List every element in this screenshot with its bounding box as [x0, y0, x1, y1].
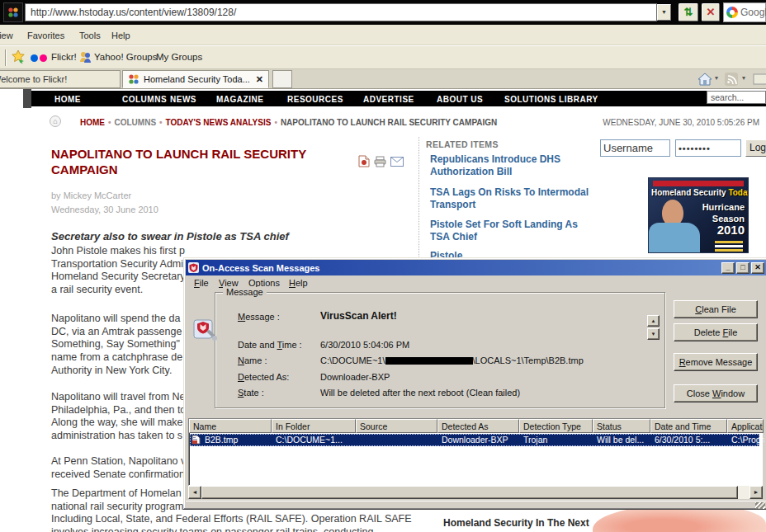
- article-line: Napolitano will spend the da: [51, 313, 182, 326]
- username-input[interactable]: [600, 139, 670, 157]
- nav-item-news[interactable]: NEWS: [170, 95, 196, 104]
- menu-tools[interactable]: Tools: [79, 31, 101, 40]
- crumb-news-analysis[interactable]: TODAY'S NEWS ANALYSIS: [166, 118, 272, 127]
- link-my-groups[interactable]: My Groups: [156, 52, 202, 62]
- scan-messages-dialog: On-Access Scan Messages _ □ ✕ File View …: [183, 257, 766, 510]
- stop-icon: ✕: [707, 6, 716, 18]
- scroll-left-button[interactable]: ◄: [188, 486, 201, 499]
- login-button[interactable]: Log: [745, 139, 766, 157]
- column-header-detected-as[interactable]: Detected As: [437, 419, 519, 433]
- article-line: a rail security event.: [51, 284, 186, 297]
- field-value-detected-as: Downloader-BXP: [320, 372, 390, 382]
- nav-item-resources[interactable]: RESOURCES: [287, 95, 343, 104]
- menu-view[interactable]: View: [0, 31, 13, 40]
- site-search-input[interactable]: [707, 91, 766, 104]
- menu-help[interactable]: Help: [111, 31, 130, 40]
- breadcrumb-home-icon[interactable]: ⌂: [50, 115, 61, 127]
- article-line: Something, Say Something": [51, 338, 182, 351]
- column-header-application[interactable]: Application: [727, 419, 764, 433]
- row-cell-detection-type: Trojan: [520, 434, 593, 446]
- column-header-in-folder[interactable]: In Folder: [272, 419, 356, 433]
- column-header-detection-type[interactable]: Detection Type: [519, 419, 593, 433]
- clean-file-button[interactable]: Clean File: [674, 300, 758, 318]
- scroll-right-button[interactable]: ►: [749, 486, 763, 499]
- refresh-button[interactable]: ⇅: [679, 3, 698, 21]
- dialog-menu-file[interactable]: File: [194, 278, 209, 288]
- menu-favorites[interactable]: Favorites: [27, 31, 64, 40]
- article-byline: by Mickey McCarter: [51, 191, 131, 200]
- resize-grip[interactable]: [755, 502, 765, 509]
- dialog-menu-help[interactable]: Help: [289, 278, 308, 288]
- magazine-cover[interactable]: Homeland Security Today Hurricane Season…: [648, 177, 749, 253]
- related-item-partial[interactable]: Pistole: [430, 250, 595, 257]
- url-dropdown-button[interactable]: ▼: [657, 4, 671, 21]
- tab-close-icon[interactable]: ✕: [256, 74, 263, 85]
- site-favicon-box: [3, 2, 23, 22]
- crumb-home[interactable]: HOME: [80, 118, 105, 127]
- dialog-close-button[interactable]: ✕: [751, 262, 764, 274]
- article-line: Homeland Security Secretary: [51, 271, 186, 284]
- field-value-message: VirusScan Alert!: [320, 310, 397, 322]
- message-scroll-up-button[interactable]: ▲: [647, 315, 660, 327]
- related-item[interactable]: Republicans Introduce DHS Authorization …: [430, 153, 595, 177]
- article-line: Napolitano will travel from Ne: [51, 391, 186, 404]
- nav-item-solutions-library[interactable]: SOLUTIONS LIBRARY: [504, 95, 598, 104]
- home-caret-icon[interactable]: ▾: [715, 74, 718, 82]
- page-icon: [753, 73, 766, 86]
- stop-button[interactable]: ✕: [702, 3, 720, 21]
- crumb-separator: •: [271, 118, 281, 127]
- crumb-columns[interactable]: COLUMNS: [115, 118, 157, 127]
- next-article-heading[interactable]: Homeland Security In The Next: [443, 517, 589, 529]
- column-header-date-and-time[interactable]: Date and Time: [650, 419, 727, 433]
- add-favorite-icon[interactable]: [11, 49, 26, 66]
- viewport-left-edge: [23, 89, 31, 108]
- print-icon[interactable]: [374, 156, 386, 169]
- article-line: At Penn Station, Napolitano v: [51, 455, 186, 468]
- row-cell-date-and-time: 6/30/2010 5:...: [651, 434, 728, 446]
- email-icon[interactable]: [390, 157, 404, 168]
- tab-homeland-security[interactable]: Homeland Security Toda... ✕: [122, 70, 269, 88]
- home-button[interactable]: [697, 73, 712, 87]
- dialog-titlebar[interactable]: On-Access Scan Messages _ □ ✕: [186, 260, 766, 275]
- article-line: Philadelphia, Pa., and then to: [51, 404, 186, 417]
- message-scroll-down-button[interactable]: ▼: [647, 328, 660, 340]
- detection-row[interactable]: B2B.tmp C:\DOCUME~1... Downloader-BXP Tr…: [190, 434, 759, 446]
- related-item[interactable]: TSA Lags On Risks To Intermodal Transpor…: [430, 186, 595, 210]
- related-item[interactable]: Pistole Set For Soft Landing As TSA Chie…: [430, 219, 595, 242]
- password-input[interactable]: [675, 139, 741, 157]
- article-line: Including Local, State, and Federal Effo…: [51, 513, 412, 526]
- url-input[interactable]: [25, 3, 657, 21]
- scrollbar-thumb[interactable]: [201, 486, 738, 499]
- maximize-button[interactable]: □: [736, 262, 749, 274]
- rss-caret-icon[interactable]: ▾: [742, 74, 745, 82]
- link-flickr[interactable]: Flickr!: [51, 52, 77, 62]
- remove-message-button[interactable]: Remove Message: [674, 353, 758, 371]
- column-header-name[interactable]: Name: [189, 419, 272, 433]
- article-subtitle: Secretary also to swear in Pistole as TS…: [51, 230, 289, 242]
- pdf-icon[interactable]: [358, 155, 370, 169]
- google-search-box[interactable]: Google: [723, 2, 766, 22]
- rss-button[interactable]: [725, 73, 738, 87]
- row-cell-source: [357, 434, 438, 446]
- column-header-source[interactable]: Source: [356, 419, 437, 433]
- delete-file-button[interactable]: Delete File: [674, 323, 758, 341]
- yahoo-groups-icon: [78, 50, 92, 65]
- close-window-button[interactable]: Close Window: [674, 384, 758, 403]
- article-line: Along the way, she will make: [51, 417, 186, 430]
- field-label-detected-as: Detected As:: [238, 372, 289, 382]
- page-button[interactable]: [753, 73, 766, 87]
- article-line: John Pistole makes his first p: [51, 245, 186, 258]
- link-yahoo-groups[interactable]: Yahoo! Groups: [94, 52, 158, 62]
- browser-menubar: View Favorites Tools Help: [0, 25, 766, 45]
- nav-item-columns[interactable]: COLUMNS: [122, 95, 167, 104]
- nav-item-home[interactable]: HOME: [54, 95, 81, 104]
- home-icon: [697, 73, 712, 86]
- minimize-button[interactable]: _: [721, 262, 735, 274]
- tab-stub[interactable]: [272, 70, 292, 88]
- magazine-brand: Homeland Security Today: [651, 188, 749, 197]
- nav-item-magazine[interactable]: MAGAZINE: [216, 95, 263, 104]
- nav-item-about-us[interactable]: ABOUT US: [437, 95, 483, 104]
- nav-item-advertise[interactable]: ADVERTISE: [363, 95, 414, 104]
- tab-welcome-flickr[interactable]: Welcome to Flickr!: [0, 70, 121, 88]
- column-header-status[interactable]: Status: [593, 419, 650, 433]
